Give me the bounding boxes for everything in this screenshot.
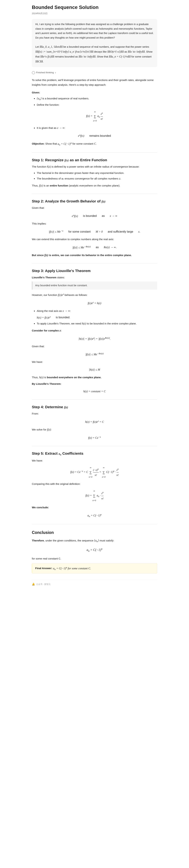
solution-intro: To solve this problem, we'll leverage pr… — [32, 78, 157, 87]
step-5-formula1: f(z) = Ce−z = C ∞ ∑ n=0 (−z)n n! = ∞ ∑ n… — [32, 466, 157, 479]
step-3-formula3: |f(z)| ≤ Me−Re(z) — [32, 351, 157, 357]
divider-conclusion — [32, 524, 157, 524]
conclusion-formula: an = C(−1)n — [32, 547, 157, 553]
step-3-bullet1-formula: h(x) = f(x)ex is bounded. — [37, 314, 157, 320]
objective-line: Objective: Show that an = C(−1)n for som… — [32, 141, 157, 147]
given-item-1: {an} is a bounded sequence of real numbe… — [37, 96, 157, 101]
given-item-3: It is given that as z → ∞: — [37, 125, 157, 130]
step-3-heading: Step 3: Apply Liouville's Theorem — [32, 268, 157, 273]
step-3-formula5: h(z) = constant = C — [32, 389, 157, 394]
given-heading: Given: — [32, 91, 40, 94]
step-5-body: We have: f(z) = Ce−z = C ∞ ∑ n=0 (−z)n n… — [32, 458, 157, 519]
finished-thinking-label: Finished thinking — [36, 71, 54, 75]
step-3-body: Liouville's Theorem states: Any bounded … — [32, 275, 157, 394]
step-4-formula2: f(z) = Ce−z — [32, 435, 157, 440]
step-3-formula1: f(z)ez = h(z) — [32, 300, 157, 306]
step-4-heading: Step 4: Determine f(z) — [32, 405, 157, 409]
step-3-section: Step 3: Apply Liouville's Theorem Liouvi… — [32, 268, 157, 394]
step-3-however: However, our function f(z)ez behaves as … — [32, 292, 157, 298]
question-box: Hi, I am trying to solve the following p… — [32, 19, 157, 67]
question-paragraph1: Hi, I am trying to solve the following p… — [35, 22, 154, 40]
step-3-bullet-1: Along the real axis as x → ∞: h(x) = f(x… — [37, 309, 157, 320]
step-4-solve-label: We solve for f(z): — [32, 427, 157, 432]
divider-3 — [32, 263, 157, 264]
step-1-intro: The function f(z) is defined by a power … — [32, 164, 157, 169]
final-answer-label: Final Answer: — [35, 567, 52, 570]
step-5-comparing: Comparing this with the original definit… — [32, 482, 157, 486]
final-answer-box: Final Answer: an = C(−1)n for some const… — [32, 563, 157, 574]
question-paragraph2: Let $$a_0, a_1, \ldots$$ be a bounded se… — [35, 44, 154, 64]
step-3-we-have: We have: — [32, 360, 157, 364]
step-1-body: The function f(z) is defined by a power … — [32, 164, 157, 188]
footer-bar: 🔔 公众号 · 新智元 — [32, 580, 157, 586]
step-1-heading: Step 1: Recognize f(x) as an Entire Func… — [32, 158, 157, 162]
step-1-bullet-2: The boundedness of aₙ ensures convergenc… — [37, 176, 157, 181]
thinking-circle-icon — [32, 71, 35, 74]
step-5-heading: Step 5: Extract an Coefficients — [32, 451, 157, 456]
step-3-theorem-quote: Any bounded entire function must be cons… — [32, 281, 157, 289]
step-4-from: From: — [32, 411, 157, 416]
conclusion-for-some: for some real constant C. — [32, 556, 157, 561]
step-2-formula2: |f(x)| ≤ Me−x for some constant M > 0 an… — [32, 229, 157, 234]
footer-text: 公众号 · 新智元 — [36, 583, 50, 586]
step-2-section: Step 2: Analyze the Growth Behavior of f… — [32, 199, 157, 258]
chevron-down-icon: ∨ — [55, 71, 56, 74]
given-formula2: exf(x) remains bounded — [32, 133, 157, 138]
step-3-thus-bold: Thus, h(z) is bounded everywhere on the … — [32, 375, 157, 380]
conclusion-therefore: Therefore, under the given conditions, t… — [32, 538, 157, 544]
step-3-bullets: Along the real axis as x → ∞: h(x) = f(x… — [32, 309, 157, 326]
step-5-formula2: f(z) = ∞ ∑ n=0 an · zn n! — [32, 489, 157, 502]
step-3-bullet-2: To apply Liouville's Theorem, we need h(… — [37, 321, 157, 326]
step-1-bullets: The factorial in the denominator grows f… — [32, 171, 157, 181]
step-2-given-that: Given that: — [32, 206, 157, 210]
step-4-formula1: h(z) = f(z)ez = C — [32, 419, 157, 424]
step-2-extend: We can extend this estimation to complex… — [32, 237, 157, 242]
date-label: 2024年8月23日 — [32, 11, 157, 16]
step-4-body: From: h(z) = f(z)ez = C We solve for f(z… — [32, 411, 157, 440]
divider-5 — [32, 446, 157, 446]
given-section: Given: {an} is a bounded sequence of rea… — [32, 90, 157, 138]
conclusion-heading: Conclusion — [32, 529, 157, 536]
given-list: {an} is a bounded sequence of real numbe… — [32, 96, 157, 107]
step-1-bullet-1: The factorial in the denominator grows f… — [37, 171, 157, 175]
given-list2: It is given that as z → ∞: — [32, 125, 157, 130]
step-5-conclude-label: We conclude: — [32, 505, 157, 510]
step-2-implies: This implies: — [32, 221, 157, 226]
given-item-2: Define the function: — [37, 102, 157, 107]
step-5-formula3: an = C(−1)n — [32, 513, 157, 519]
step-2-body: Given that: exf(x) is bounded as x → ∞ T… — [32, 206, 157, 258]
step-3-theorem-label: Liouville's Theorem states: — [32, 275, 157, 280]
step-2-formula1: exf(x) is bounded as x → ∞ — [32, 213, 157, 218]
step-3-given-that2: Given that: — [32, 344, 157, 349]
step-2-bold-note: But since f(z) is entire, we can conside… — [32, 253, 157, 258]
conclusion-section: Conclusion Therefore, under the given co… — [32, 529, 157, 574]
step-3-consider: Consider for complex z: — [32, 328, 157, 333]
step-2-heading: Step 2: Analyze the Growth Behavior of f… — [32, 199, 157, 204]
step-4-section: Step 4: Determine f(z) From: h(z) = f(z)… — [32, 405, 157, 440]
step-3-formula2: |h(z)| = |f(z)ez| = |f(z)|eRe(z). — [32, 336, 157, 341]
step-2-formula3: |f(z)| ≤ Me−Re(z) as Re(z) → ∞. — [32, 244, 157, 250]
finished-thinking-bar[interactable]: Finished thinking ∨ — [32, 71, 157, 75]
step-5-we-have: We have: — [32, 458, 157, 463]
step-3-by-liouville: By Liouville's Theorem: — [32, 381, 157, 386]
bell-icon: 🔔 — [32, 582, 35, 586]
step-3-formula4: |h(z)| ≤ M — [32, 367, 157, 372]
page-title: Bounded Sequence Solution — [32, 4, 157, 10]
define-function-formula: f(z) = ∞ ∑ n=0 an zn n! — [32, 110, 157, 123]
step-5-section: Step 5: Extract an Coefficients We have:… — [32, 451, 157, 519]
step-1-conclusion: Thus, f(z) is an entire function (analyt… — [32, 183, 157, 188]
final-answer-text: an = C(−1)n for some constant C. — [53, 567, 91, 570]
step-1-section: Step 1: Recognize f(x) as an Entire Func… — [32, 158, 157, 188]
